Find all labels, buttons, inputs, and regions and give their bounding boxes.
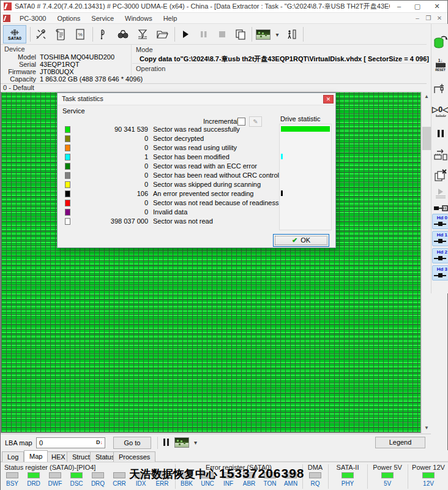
report-button[interactable]: %	[72, 26, 89, 43]
device-serial-label: Serial	[2, 61, 36, 68]
map-style-button[interactable]	[174, 437, 189, 448]
menu-pc3000[interactable]: PC-3000	[14, 13, 51, 24]
drive-stat-bar	[281, 190, 283, 196]
stat-value: 398 037 000	[75, 217, 148, 225]
minimize-button[interactable]: –	[390, 1, 408, 12]
recycle-database-button[interactable]	[433, 35, 448, 51]
filter-button[interactable]	[134, 26, 151, 43]
reset-label: RESET	[435, 68, 446, 72]
head-1-button[interactable]: Hd 1	[432, 231, 448, 246]
lba-bar: LBA map 0 D↓ Go to ▾ Legend	[1, 434, 431, 450]
mdi-minimize-button[interactable]: –	[413, 15, 422, 21]
open-folder-icon	[156, 29, 168, 40]
led-dwf	[49, 472, 61, 478]
zero-fill-button[interactable]: ▷0◁	[433, 105, 448, 117]
menu-help[interactable]: Help	[158, 13, 183, 24]
head-0-button[interactable]: Hd 0	[432, 214, 448, 229]
circuit-plug-icon	[433, 82, 448, 97]
double-plug-icon	[433, 204, 448, 213]
tab-log[interactable]: Log	[2, 451, 24, 462]
open-task-button[interactable]	[154, 26, 171, 43]
map-view-button[interactable]	[254, 26, 272, 43]
stat-row: 0 Sector has been read without CRC contr…	[62, 171, 274, 180]
stat-color-swatch	[65, 145, 70, 151]
chevron-down-icon: ▾	[275, 31, 278, 38]
run-script-button[interactable]	[433, 188, 448, 199]
mdi-close-button[interactable]: ✕	[435, 15, 444, 21]
start-button[interactable]	[177, 26, 194, 43]
pencil-icon: ✎	[253, 118, 258, 125]
menu-options[interactable]: Options	[51, 13, 86, 24]
stat-label: Invalid data	[153, 208, 187, 216]
scroll-up-arrow[interactable]: ▲	[422, 92, 431, 102]
scroll-down-arrow[interactable]: ▼	[422, 423, 431, 433]
map-scrollbar[interactable]: ▲ ▼	[421, 92, 431, 433]
menu-windows[interactable]: Windows	[119, 13, 158, 24]
terminal-power-button[interactable]	[433, 82, 448, 97]
ok-button[interactable]: ✔OK	[273, 234, 329, 247]
sidebar-pause-button[interactable]	[433, 129, 448, 138]
led-5v	[381, 472, 394, 478]
stat-value: 1	[75, 153, 148, 160]
stat-value: 0	[75, 199, 148, 206]
map-pause-button[interactable]	[162, 439, 170, 446]
stacked-pages-icon	[234, 29, 247, 40]
close-button[interactable]: ✕	[427, 1, 447, 12]
stat-row: 0 Sector was read with an ECC error	[62, 162, 274, 171]
led-drq	[92, 472, 104, 478]
device-firmware-label: Firmware	[2, 68, 36, 75]
toolbar-separator	[303, 27, 304, 42]
pause-button[interactable]	[195, 26, 212, 43]
sata0-port-button[interactable]: SATA0	[3, 25, 26, 43]
map-style-dropdown[interactable]: ▾	[194, 439, 197, 446]
gray-play-lines-icon	[435, 188, 447, 199]
clear-copies-button[interactable]	[433, 168, 448, 183]
stat-row: 90 341 539 Sector was read successfully	[62, 125, 274, 134]
stat-color-swatch	[65, 190, 70, 197]
device-model-value: TOSHIBA MQ04UBD200	[40, 53, 114, 61]
operation-group-title: Operation	[136, 65, 165, 72]
dialog-title-bar[interactable]: Task statistics ✕	[58, 93, 335, 105]
mdi-restore-button[interactable]: ❐	[424, 15, 433, 21]
power12-group: Power 12V 12V	[409, 463, 448, 490]
stop-button[interactable]	[214, 26, 231, 43]
utility-tools-button[interactable]	[32, 26, 50, 43]
password-button[interactable]	[95, 26, 112, 43]
map-view-dropdown[interactable]: ▾	[274, 26, 281, 43]
dec-hex-toggle-icon[interactable]: D↓	[96, 439, 103, 445]
search-button[interactable]	[114, 26, 132, 43]
sata0-button-label: SATA0	[8, 36, 21, 40]
dialog-menu-service[interactable]: Service	[62, 107, 85, 115]
reset-button[interactable]: 1↓ RESET	[433, 58, 448, 72]
menu-service[interactable]: Service	[86, 13, 119, 24]
head-2-button[interactable]: Hd 2	[432, 248, 448, 263]
stat-color-swatch	[65, 218, 70, 225]
lba-input[interactable]: 0 D↓	[36, 437, 105, 448]
head-2-label: Hd 2	[437, 249, 447, 255]
chip-transfer-button[interactable]	[433, 148, 448, 162]
watermark-text: 天浩数据恢复中心	[129, 468, 217, 480]
stat-label: Sector decrypted	[153, 135, 204, 142]
copies-button[interactable]	[232, 26, 249, 43]
drive-stat-bar	[281, 154, 283, 159]
ata-connector-button[interactable]	[433, 204, 448, 213]
goto-button[interactable]: Go to	[113, 437, 151, 449]
drive-stat-bar	[281, 126, 330, 132]
exit-task-button[interactable]	[283, 26, 301, 43]
legend-button[interactable]: Legend	[375, 437, 425, 448]
tab-map[interactable]: Map	[24, 450, 48, 462]
stat-value: 0	[75, 144, 148, 151]
power12-title: Power 12V	[409, 464, 448, 471]
pause-icon	[437, 129, 444, 138]
key-icon	[98, 28, 109, 40]
script-button[interactable]	[52, 26, 69, 43]
head-3-button[interactable]: Hd 3	[432, 265, 448, 281]
sata-connector-icon	[10, 29, 20, 36]
maximize-button[interactable]: ▢	[408, 1, 427, 12]
statistics-list: 90 341 539 Sector was read successfully …	[62, 125, 274, 229]
dialog-close-button[interactable]: ✕	[323, 95, 334, 104]
device-groupbox: Device Model TOSHIBA MQ04UBD200 Serial 4…	[2, 45, 132, 84]
map-thumbnail-icon	[174, 437, 189, 448]
tab-processes[interactable]: Processes	[113, 451, 155, 462]
scrollbar-thumb[interactable]	[422, 127, 431, 150]
